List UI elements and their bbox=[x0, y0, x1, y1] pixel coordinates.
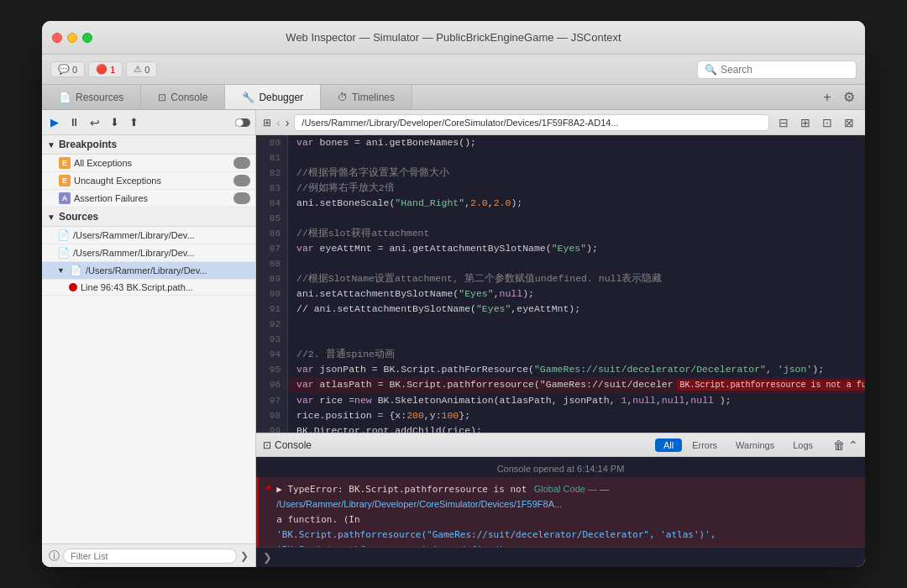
code-line-95: 95var jsonPath = BK.Script.pathForResour… bbox=[256, 362, 865, 377]
warnings-badge[interactable]: ⚠ 0 bbox=[126, 61, 157, 77]
code-line-81: 81 bbox=[256, 150, 865, 165]
forward-button[interactable]: › bbox=[286, 116, 290, 129]
line-number-93: 93 bbox=[256, 332, 288, 347]
line-code-95: var jsonPath = BK.Script.pathForResource… bbox=[288, 362, 865, 377]
source-file-icon-1: 📄 bbox=[57, 229, 70, 241]
line-number-99: 99 bbox=[256, 423, 288, 433]
title-bar: Web Inspector — Simulator — PublicBrickE… bbox=[42, 21, 865, 55]
source-error-item[interactable]: Line 96:43 BK.Script.path... bbox=[42, 280, 255, 296]
tab-resources[interactable]: 📄 Resources bbox=[42, 85, 141, 109]
source-file-icon-2: 📄 bbox=[57, 247, 70, 259]
source-item-2[interactable]: 📄 /Users/Rammer/Library/Dev... bbox=[42, 244, 255, 262]
code-line-91: 91// ani.setAttachmentBySlotName("Eyes",… bbox=[256, 302, 865, 317]
assertion-failures-badge bbox=[233, 192, 250, 204]
timelines-tab-icon: ⏱ bbox=[338, 92, 348, 103]
search-input[interactable] bbox=[721, 64, 849, 76]
file-path: /Users/Rammer/Library/Developer/CoreSimu… bbox=[294, 114, 769, 131]
timelines-tab-label: Timelines bbox=[352, 92, 395, 103]
code-line-90: 90ani.setAttachmentBySlotName("Eyes",nul… bbox=[256, 286, 865, 302]
assertion-failures-label: Assertion Failures bbox=[74, 193, 230, 203]
line-number-92: 92 bbox=[256, 317, 288, 332]
line-number-89: 89 bbox=[256, 271, 288, 286]
breakpoints-arrow: ▼ bbox=[47, 140, 55, 150]
console-prompt-icon: ❯ bbox=[263, 551, 272, 564]
console-tab-icon: ⊡ bbox=[158, 92, 166, 103]
pause-button[interactable]: ⏸ bbox=[66, 114, 83, 130]
code-editor[interactable]: 80var bones = ani.getBoneNames();8182//根… bbox=[256, 135, 865, 433]
breakpoints-label: Breakpoints bbox=[59, 139, 117, 150]
maximize-button[interactable] bbox=[82, 33, 92, 43]
sources-section-header[interactable]: ▼ Sources bbox=[42, 207, 255, 227]
line-number-98: 98 bbox=[256, 408, 288, 423]
step-out-button[interactable]: ⬆ bbox=[126, 114, 142, 130]
tab-debugger[interactable]: 🔧 Debugger bbox=[225, 85, 321, 109]
tab-timelines[interactable]: ⏱ Timelines bbox=[321, 85, 412, 109]
sidebar-toolbar: ▶ ⏸ ↩ ⬇ ⬆ bbox=[42, 110, 255, 135]
search-bar[interactable]: 🔍 bbox=[697, 60, 857, 79]
tab-bar: 📄 Resources ⊡ Console 🔧 Debugger ⏱ Timel… bbox=[42, 85, 865, 110]
line-number-80: 80 bbox=[256, 135, 288, 150]
line-code-83: //例如将右手放大2倍 bbox=[288, 181, 865, 196]
info-button[interactable]: ⓘ bbox=[49, 549, 60, 564]
uncaught-exceptions-item[interactable]: E Uncaught Exceptions bbox=[42, 172, 255, 190]
source-item-1-label: /Users/Rammer/Library/Dev... bbox=[73, 230, 250, 240]
line-number-82: 82 bbox=[256, 165, 288, 181]
line-code-84: ani.setBoneScale("Hand_Right",2.0,2.0); bbox=[288, 196, 865, 211]
step-into-button[interactable]: ⬇ bbox=[107, 114, 123, 130]
close-button[interactable] bbox=[52, 33, 62, 43]
console-error-text2: a function. (In bbox=[276, 514, 359, 525]
assertion-failures-item[interactable]: A Assertion Failures bbox=[42, 190, 255, 207]
warning-icon: ⚠ bbox=[134, 64, 142, 75]
add-tab-button[interactable]: + bbox=[818, 88, 836, 107]
console-tab-logs[interactable]: Logs bbox=[784, 438, 821, 452]
code-line-94: 94//2. 普通spine动画 bbox=[256, 347, 865, 362]
line-code-90: ani.setAttachmentBySlotName("Eyes",null)… bbox=[288, 286, 865, 302]
errors-badge[interactable]: 🔴 1 bbox=[88, 61, 123, 77]
source-item-2-label: /Users/Rammer/Library/Dev... bbox=[73, 248, 250, 258]
line-code-91: // ani.setAttachmentBySlotName("Eyes",ey… bbox=[288, 302, 865, 317]
uncaught-exceptions-icon: E bbox=[59, 175, 71, 186]
source-item-1[interactable]: 📄 /Users/Rammer/Library/Dev... bbox=[42, 227, 255, 244]
all-exceptions-item[interactable]: E All Exceptions bbox=[42, 155, 255, 172]
status-bar: 💬 0 🔴 1 ⚠ 0 🔍 bbox=[42, 55, 865, 85]
line-number-95: 95 bbox=[256, 362, 288, 377]
line-number-86: 86 bbox=[256, 226, 288, 241]
filter-input[interactable] bbox=[63, 549, 237, 564]
tab-console[interactable]: ⊡ Console bbox=[141, 85, 225, 109]
line-number-97: 97 bbox=[256, 393, 288, 408]
fold-button[interactable]: ⊡ bbox=[818, 113, 836, 132]
console-tab-label: Console bbox=[170, 92, 207, 103]
filter-chevron[interactable]: ❯ bbox=[240, 550, 249, 562]
console-content: Console opened at 6:14:14 PM ● ▶ TypeErr… bbox=[256, 457, 865, 547]
settings-button[interactable]: ⚙ bbox=[840, 88, 858, 107]
breakpoints-gutter-button[interactable]: ⊞ bbox=[263, 117, 271, 129]
code-line-98: 98rice.position = {x:200,y:100}; bbox=[256, 408, 865, 423]
breakpoints-section-header[interactable]: ▼ Breakpoints bbox=[42, 135, 255, 155]
step-over-button[interactable]: ↩ bbox=[87, 114, 103, 131]
collapse-console-button[interactable]: ⌃ bbox=[848, 438, 858, 452]
clear-console-button[interactable]: 🗑 bbox=[833, 438, 845, 452]
console-error-text1: TypeError: BK.Script.pathforresource is … bbox=[288, 484, 527, 495]
console-timestamp: Console opened at 6:14:14 PM bbox=[256, 460, 865, 477]
console-error-line[interactable]: ● ▶ TypeError: BK.Script.pathforresource… bbox=[256, 477, 865, 547]
console-input[interactable] bbox=[277, 552, 858, 563]
breakpoints-toggle bbox=[235, 118, 250, 127]
source-item-3[interactable]: ▼ 📄 /Users/Rammer/Library/Dev... bbox=[42, 262, 255, 280]
back-button[interactable]: ‹ bbox=[276, 116, 280, 129]
editor-area: ⊞ ‹ › /Users/Rammer/Library/Developer/Co… bbox=[256, 110, 865, 567]
source-file-icon-3: 📄 bbox=[70, 265, 82, 276]
split-view-button[interactable]: ⊟ bbox=[774, 113, 793, 132]
format-button[interactable]: ⊞ bbox=[796, 113, 815, 132]
line-number-96: 96 bbox=[256, 377, 288, 393]
console-tab-all[interactable]: All bbox=[655, 438, 682, 452]
line-code-87: var eyeAttMnt = ani.getAttachmentBySlotN… bbox=[288, 241, 865, 256]
minimize-button[interactable] bbox=[67, 33, 77, 43]
messages-badge[interactable]: 💬 0 bbox=[50, 61, 85, 77]
console-tab-warnings[interactable]: Warnings bbox=[727, 438, 783, 452]
console-error-dash: — bbox=[588, 484, 600, 494]
collapse-button[interactable]: ⊠ bbox=[840, 113, 858, 132]
console-tab-errors[interactable]: Errors bbox=[684, 438, 726, 452]
code-line-92: 92 bbox=[256, 317, 865, 332]
play-button[interactable]: ▶ bbox=[47, 114, 62, 130]
resources-tab-label: Resources bbox=[76, 92, 123, 103]
